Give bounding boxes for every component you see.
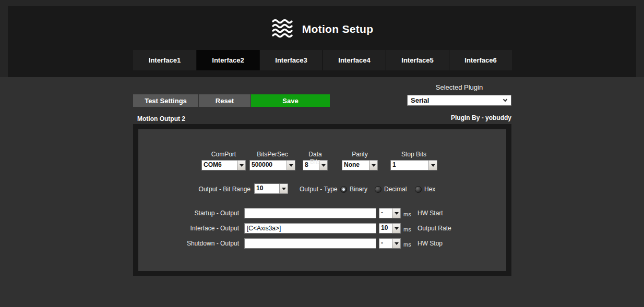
output-rate-label: Output Rate — [418, 223, 451, 234]
plugin-select-value: Serial — [408, 96, 504, 104]
shutdown-unit-label: ms — [403, 241, 411, 248]
field-parity: Parity None — [342, 151, 378, 170]
test-settings-button[interactable]: Test Settings — [133, 94, 198, 107]
parity-label: Parity — [342, 151, 378, 158]
shutdown-rate-select[interactable]: - — [379, 238, 401, 249]
databits-label: Data Bits — [303, 151, 328, 158]
tab-interface1[interactable]: Interface1 — [133, 50, 196, 70]
tab-interface5[interactable]: Interface5 — [386, 50, 449, 70]
tab-interface4[interactable]: Interface4 — [323, 50, 386, 70]
startup-output-input[interactable] — [244, 208, 376, 218]
interface-rate-select[interactable]: 10 — [379, 223, 401, 234]
databits-value: 8 — [303, 161, 319, 170]
dropdown-arrow-icon[interactable] — [237, 161, 245, 170]
startup-rate-select[interactable]: - — [379, 208, 401, 218]
radio-binary[interactable]: Binary — [340, 186, 367, 193]
radio-decimal-label: Decimal — [384, 186, 407, 193]
chevron-down-icon — [503, 97, 507, 102]
radio-hex-label: Hex — [424, 186, 435, 193]
save-button[interactable]: Save — [251, 94, 330, 107]
dropdown-arrow-icon[interactable] — [428, 161, 437, 170]
motion-setup-window: Motion Setup Interface1 Interface2 Inter… — [0, 0, 644, 307]
stopbits-label: Stop Bits — [390, 151, 437, 158]
comport-value: COM6 — [202, 161, 237, 170]
startup-output-label: Startup - Output — [157, 208, 239, 218]
field-comport: ComPort COM6 — [201, 151, 246, 170]
dropdown-arrow-icon[interactable] — [369, 161, 377, 170]
stopbits-select[interactable]: 1 — [390, 160, 437, 170]
comport-select[interactable]: COM6 — [201, 160, 246, 170]
title-row: Motion Setup — [0, 19, 644, 40]
radio-icon — [415, 186, 422, 193]
field-bitspersec: BitsPerSec 500000 — [249, 151, 295, 170]
dropdown-arrow-icon[interactable] — [319, 161, 327, 170]
interface-output-row: Interface - Output 10 ms Output Rate — [0, 223, 644, 235]
interface-unit-label: ms — [403, 226, 411, 232]
parity-value: None — [342, 161, 369, 170]
reset-button[interactable]: Reset — [199, 94, 251, 107]
panel-title: Motion Output 2 — [137, 115, 185, 122]
interface-output-label: Interface - Output — [157, 223, 239, 234]
tab-interface2[interactable]: Interface2 — [196, 50, 259, 70]
radio-binary-label: Binary — [350, 186, 367, 193]
bit-range-label: Output - Bit Range — [173, 184, 251, 194]
dropdown-arrow-icon[interactable] — [287, 161, 295, 170]
dropdown-arrow-icon[interactable] — [392, 208, 400, 218]
interface-tabs: Interface1 Interface2 Interface3 Interfa… — [133, 50, 512, 70]
startup-rate-value: - — [379, 208, 392, 218]
hw-stop-label: HW Stop — [418, 238, 443, 249]
output-type-label: Output - Type — [300, 184, 338, 194]
tab-interface6[interactable]: Interface6 — [449, 50, 512, 70]
startup-output-row: Startup - Output - ms HW Start — [0, 208, 644, 219]
selected-plugin-label: Selected Plugin — [407, 83, 511, 91]
bit-range-select[interactable]: 10 — [254, 183, 288, 194]
radio-decimal[interactable]: Decimal — [375, 186, 407, 193]
waves-icon — [271, 19, 295, 40]
bitspersec-select[interactable]: 500000 — [249, 160, 295, 170]
dropdown-arrow-icon[interactable] — [392, 224, 400, 233]
dropdown-arrow-icon[interactable] — [279, 184, 288, 193]
plugin-select[interactable]: Serial — [407, 95, 511, 106]
radio-hex[interactable]: Hex — [415, 186, 435, 193]
dropdown-arrow-icon[interactable] — [392, 239, 400, 248]
page-title: Motion Setup — [302, 23, 374, 35]
hw-start-label: HW Start — [418, 208, 443, 218]
interface-rate-value: 10 — [379, 224, 392, 233]
shutdown-output-row: Shutdown - Output - ms HW Stop — [0, 238, 644, 250]
field-stopbits: Stop Bits 1 — [390, 151, 437, 170]
motion-output-panel — [133, 124, 511, 276]
radio-icon — [375, 186, 381, 193]
field-databits: Data Bits 8 — [303, 151, 328, 170]
stopbits-value: 1 — [391, 161, 428, 170]
interface-output-input[interactable] — [244, 223, 376, 234]
radio-icon — [340, 186, 347, 193]
bit-range-value: 10 — [255, 184, 279, 193]
comport-label: ComPort — [201, 151, 246, 158]
bitspersec-label: BitsPerSec — [249, 151, 295, 158]
databits-select[interactable]: 8 — [303, 160, 328, 170]
startup-unit-label: ms — [403, 211, 411, 217]
plugin-credit: Plugin By - yobuddy — [381, 114, 511, 121]
bitspersec-value: 500000 — [250, 161, 287, 170]
parity-select[interactable]: None — [342, 160, 378, 170]
shutdown-output-label: Shutdown - Output — [157, 238, 239, 249]
tab-interface3[interactable]: Interface3 — [259, 50, 323, 70]
shutdown-output-input[interactable] — [244, 238, 376, 249]
shutdown-rate-value: - — [379, 239, 392, 248]
